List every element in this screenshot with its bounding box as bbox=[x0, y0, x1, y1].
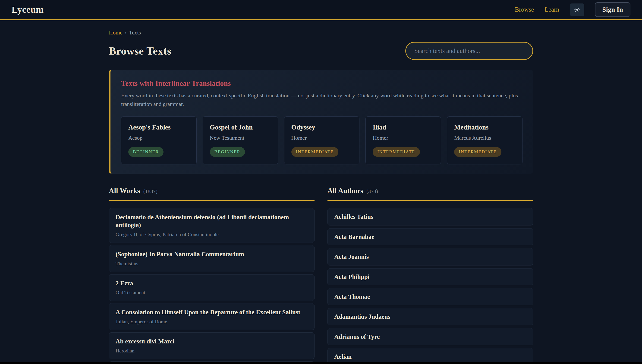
featured-text-card[interactable]: Gospel of John New Testament BEGINNER bbox=[203, 116, 278, 164]
browse-columns: All Works (1837) Declamatio de Atheniens… bbox=[109, 187, 533, 362]
work-author: Julian, Emperor of Rome bbox=[116, 319, 308, 325]
app-logo[interactable]: Lyceum bbox=[12, 4, 44, 15]
authors-header: All Authors (373) bbox=[327, 187, 533, 201]
author-list-item[interactable]: Adamantius Judaeus bbox=[327, 308, 533, 325]
author-name: Achilles Tatius bbox=[334, 213, 526, 220]
author-name: Aelian bbox=[334, 353, 526, 360]
author-list-item[interactable]: Acta Philippi bbox=[327, 268, 533, 285]
difficulty-badge: BEGINNER bbox=[210, 147, 245, 157]
featured-description: Every word in these texts has a curated,… bbox=[121, 91, 523, 108]
author-name: Adamantius Judaeus bbox=[334, 313, 526, 320]
author-list-item[interactable]: Adrianus of Tyre bbox=[327, 328, 533, 345]
main-content: Home › Texts Browse Texts Texts with Int… bbox=[109, 20, 533, 362]
page-header: Browse Texts bbox=[109, 42, 533, 60]
featured-card-title: Aesop's Fables bbox=[128, 124, 189, 131]
featured-card-author: Homer bbox=[291, 135, 352, 141]
difficulty-badge: INTERMEDIATE bbox=[454, 147, 501, 157]
authors-column: All Authors (373) Achilles Tatius Acta B… bbox=[327, 187, 533, 362]
featured-text-card[interactable]: Odyssey Homer INTERMEDIATE bbox=[284, 116, 360, 164]
nav-link-browse[interactable]: Browse bbox=[515, 6, 534, 13]
difficulty-badge: BEGINNER bbox=[128, 147, 163, 157]
author-list-item[interactable]: Achilles Tatius bbox=[327, 208, 533, 225]
featured-text-card[interactable]: Iliad Homer INTERMEDIATE bbox=[365, 116, 441, 164]
work-author: Herodian bbox=[116, 348, 308, 354]
work-list-item[interactable]: A Consolation to Himself Upon the Depart… bbox=[109, 303, 315, 330]
difficulty-badge: INTERMEDIATE bbox=[373, 147, 420, 157]
authors-title: All Authors bbox=[327, 187, 363, 195]
work-list-item[interactable]: Abdicatus Lucian of Samosata bbox=[109, 362, 315, 362]
work-title: 2 Ezra bbox=[116, 280, 308, 288]
author-name: Acta Barnabae bbox=[334, 233, 526, 240]
sign-in-button[interactable]: Sign In bbox=[595, 2, 630, 17]
featured-title: Texts with Interlinear Translations bbox=[121, 79, 523, 88]
sun-icon bbox=[574, 6, 580, 13]
work-title: A Consolation to Himself Upon the Depart… bbox=[116, 308, 308, 316]
authors-list: Achilles Tatius Acta Barnabae Acta Joann… bbox=[327, 208, 533, 362]
featured-card-author: Homer bbox=[373, 135, 434, 141]
featured-card-title: Meditations bbox=[454, 124, 515, 131]
nav-links: Browse Learn Sign bbox=[515, 2, 630, 17]
work-title: (Sophoniae) In Parva Naturalia Commentar… bbox=[116, 250, 308, 258]
works-title: All Works bbox=[109, 187, 140, 195]
author-name: Acta Thomae bbox=[334, 293, 526, 300]
author-list-item[interactable]: Acta Thomae bbox=[327, 288, 533, 305]
work-title: Declamatio de Atheniensium defensio (ad … bbox=[116, 214, 308, 229]
featured-text-card[interactable]: Meditations Marcus Aurelius INTERMEDIATE bbox=[447, 116, 523, 164]
featured-panel: Texts with Interlinear Translations Ever… bbox=[109, 70, 533, 174]
app-window: Lyceum Browse Learn bbox=[0, 0, 642, 362]
featured-card-author: New Testament bbox=[210, 135, 271, 141]
breadcrumb-separator: › bbox=[125, 30, 127, 36]
author-list-item[interactable]: Acta Joannis bbox=[327, 248, 533, 265]
featured-card-title: Iliad bbox=[373, 124, 434, 131]
featured-card-title: Odyssey bbox=[291, 124, 352, 131]
difficulty-badge: INTERMEDIATE bbox=[291, 147, 338, 157]
author-list-item[interactable]: Aelian bbox=[327, 348, 533, 362]
work-author: Gregory II, of Cyprus, Patriarch of Cons… bbox=[116, 232, 308, 238]
featured-card-grid: Aesop's Fables Aesop BEGINNER Gospel of … bbox=[121, 116, 523, 164]
author-name: Acta Philippi bbox=[334, 273, 526, 280]
work-list-item[interactable]: Ab excessu divi Marci Herodian bbox=[109, 332, 315, 359]
featured-card-author: Marcus Aurelius bbox=[454, 135, 515, 141]
author-name: Acta Joannis bbox=[334, 253, 526, 260]
works-list: Declamatio de Atheniensium defensio (ad … bbox=[109, 208, 315, 362]
nav-link-learn[interactable]: Learn bbox=[545, 6, 559, 13]
work-list-item[interactable]: Declamatio de Atheniensium defensio (ad … bbox=[109, 208, 315, 243]
top-nav: Lyceum Browse Learn bbox=[0, 0, 642, 20]
work-list-item[interactable]: 2 Ezra Old Testament bbox=[109, 274, 315, 301]
breadcrumb: Home › Texts bbox=[109, 30, 533, 36]
breadcrumb-home-link[interactable]: Home bbox=[109, 30, 122, 36]
search-input[interactable] bbox=[405, 42, 533, 60]
work-list-item[interactable]: (Sophoniae) In Parva Naturalia Commentar… bbox=[109, 245, 315, 272]
works-column: All Works (1837) Declamatio de Atheniens… bbox=[109, 187, 315, 362]
author-name: Adrianus of Tyre bbox=[334, 333, 526, 340]
authors-count: (373) bbox=[366, 188, 378, 194]
breadcrumb-current: Texts bbox=[129, 30, 141, 36]
author-list-item[interactable]: Acta Barnabae bbox=[327, 228, 533, 245]
work-title: Ab excessu divi Marci bbox=[116, 338, 308, 346]
works-count: (1837) bbox=[143, 188, 157, 194]
featured-text-card[interactable]: Aesop's Fables Aesop BEGINNER bbox=[121, 116, 197, 164]
theme-toggle-button[interactable] bbox=[570, 4, 584, 16]
work-author: Themistius bbox=[116, 261, 308, 267]
page-title: Browse Texts bbox=[109, 45, 171, 57]
featured-card-author: Aesop bbox=[128, 135, 189, 141]
featured-card-title: Gospel of John bbox=[210, 124, 271, 131]
work-author: Old Testament bbox=[116, 290, 308, 296]
works-header: All Works (1837) bbox=[109, 187, 315, 201]
